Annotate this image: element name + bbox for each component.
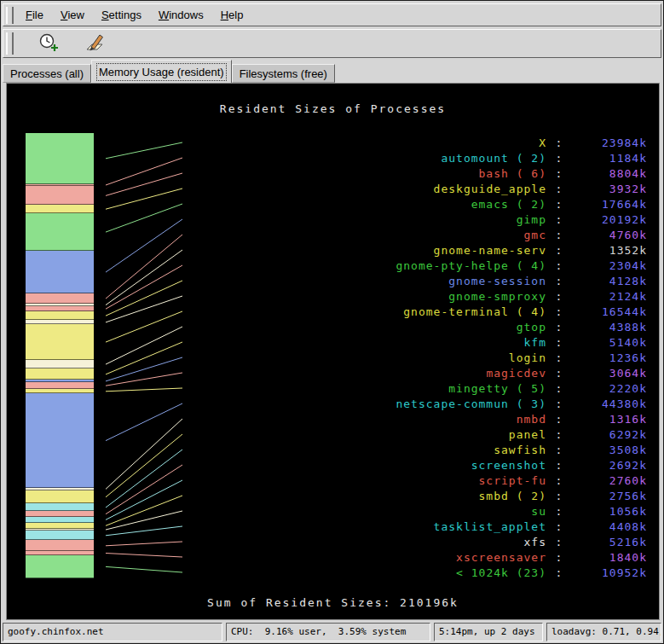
process-name: login [299, 351, 546, 364]
process-name: gtop [299, 321, 546, 334]
process-row: nmbd:1316k [299, 411, 647, 426]
process-colon: : [546, 505, 572, 518]
process-row: gnome-terminal ( 4):16544k [299, 304, 647, 319]
process-colon: : [546, 336, 572, 349]
process-name: gnome-name-serv [299, 244, 546, 257]
process-colon: : [546, 490, 572, 502]
toolbar-button-1[interactable] [36, 31, 63, 56]
process-value: 1184k [572, 152, 647, 165]
process-row: deskguide_apple:3932k [299, 181, 647, 196]
process-name: netscape-commun ( 3) [299, 397, 546, 410]
gtop-window: File View Settings Windows Help [0, 0, 664, 644]
process-name: xfs [299, 536, 546, 548]
tab-bar: Processes (all) Memory Usage (resident) … [3, 60, 661, 83]
menu-file-label: File [26, 9, 43, 21]
process-value: 17664k [572, 198, 647, 211]
process-colon: : [546, 566, 572, 579]
menu-view[interactable]: View [52, 5, 93, 25]
process-value: 10952k [572, 566, 647, 579]
process-colon: : [546, 167, 572, 180]
menu-file[interactable]: File [17, 5, 52, 25]
leader-line [106, 265, 182, 309]
process-value: 1840k [572, 551, 647, 564]
process-row: bash ( 6):8804k [299, 165, 647, 181]
tab-filesystems-label: Filesystems (free) [240, 67, 327, 80]
leader-line [106, 296, 182, 322]
tab-memory-usage-label: Memory Usage (resident) [99, 66, 224, 78]
leader-line [106, 311, 182, 342]
toolbar-grip[interactable] [6, 32, 14, 55]
tab-processes[interactable]: Processes (all) [3, 64, 91, 83]
leader-line [106, 566, 182, 572]
process-name: magicdev [299, 367, 546, 380]
process-value: 8804k [572, 167, 647, 180]
process-colon: : [546, 520, 572, 533]
process-value: 3064k [572, 367, 647, 380]
process-colon: : [546, 536, 572, 548]
menu-windows[interactable]: Windows [150, 5, 212, 25]
pencil-icon [84, 32, 107, 56]
clock-plus-icon [38, 32, 61, 56]
process-name: < 1024k (23) [299, 566, 546, 579]
process-name: automount ( 2) [299, 152, 546, 165]
leader-line [106, 434, 182, 497]
process-name: su [299, 505, 546, 518]
menu-help[interactable]: Help [212, 5, 252, 25]
memory-usage-chart: Resident Sizes of Processes X:23984kauto… [6, 83, 660, 620]
process-row: script-fu:2760k [299, 473, 647, 488]
process-name: gnome-pty-helpe ( 4) [299, 259, 546, 272]
process-colon: : [546, 275, 572, 287]
process-value: 5140k [572, 336, 647, 349]
process-row: gimp:20192k [299, 212, 647, 227]
process-colon: : [546, 136, 572, 149]
process-colon: : [546, 413, 572, 426]
leader-line [106, 388, 182, 392]
leader-line [106, 250, 182, 305]
leader-line [106, 219, 182, 272]
leader-line [106, 235, 182, 299]
toolbar-button-2[interactable] [82, 31, 109, 56]
process-colon: : [546, 244, 572, 257]
process-colon: : [546, 152, 572, 165]
process-row: screenshot:2692k [299, 457, 647, 473]
tool-bar [3, 29, 661, 58]
process-name: script-fu [299, 474, 546, 487]
process-value: 2756k [572, 490, 647, 502]
chart-footer: Sum of Resident Sizes: 210196k [7, 596, 659, 609]
process-name: gmc [299, 229, 546, 241]
menubar-grip[interactable] [6, 7, 14, 24]
process-value: 4408k [572, 520, 647, 533]
process-colon: : [546, 397, 572, 410]
leader-line [106, 373, 182, 386]
leader-line [106, 204, 182, 232]
leader-line [106, 542, 182, 546]
process-colon: : [546, 351, 572, 364]
process-name: emacs ( 2) [299, 198, 546, 211]
tab-processes-label: Processes (all) [10, 67, 84, 80]
tab-filesystems[interactable]: Filesystems (free) [232, 64, 335, 83]
leader-line [106, 142, 182, 159]
process-colon: : [546, 382, 572, 395]
process-list: X:23984kautomount ( 2):1184kbash ( 6):88… [299, 135, 647, 580]
leader-line [106, 526, 182, 536]
process-name: gnome-terminal ( 4) [299, 305, 546, 318]
process-name: mingetty ( 5) [299, 382, 546, 395]
process-row: xscreensaver:1840k [299, 549, 647, 565]
process-colon: : [546, 321, 572, 334]
process-colon: : [546, 259, 572, 272]
process-row: emacs ( 2):17664k [299, 196, 647, 212]
process-row: automount ( 2):1184k [299, 150, 647, 165]
process-colon: : [546, 183, 572, 195]
leader-line [106, 403, 182, 441]
leader-line [106, 554, 182, 558]
process-value: 3508k [572, 444, 647, 456]
menu-settings[interactable]: Settings [93, 5, 150, 25]
status-loadavg: loadavg: 0.71, 0.94, 0.98 [546, 623, 661, 641]
process-row: sawfish:3508k [299, 442, 647, 457]
process-row: smbd ( 2):2756k [299, 488, 647, 503]
process-colon: : [546, 213, 572, 226]
tab-memory-usage[interactable]: Memory Usage (resident) [91, 60, 232, 83]
process-value: 2220k [572, 382, 647, 395]
process-row: login:1236k [299, 350, 647, 365]
process-name: tasklist_applet [299, 520, 546, 533]
